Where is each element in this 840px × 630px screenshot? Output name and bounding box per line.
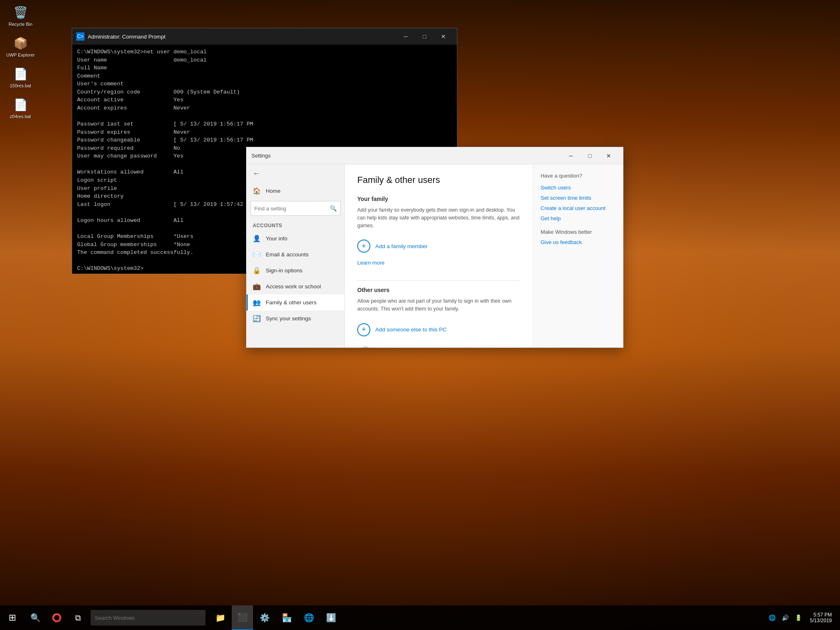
other-users-description: Allow people who are not part of your fa… [357, 297, 520, 313]
taskbar-app-icons: 📁 ⬛ ⚙️ 🏪 🌐 ⬇️ [210, 605, 342, 630]
taskbar-browser-button[interactable]: 🌐 [298, 605, 320, 630]
sidebar-item-home[interactable]: 🏠 Home [247, 183, 345, 199]
settings-body: ← 🏠 Home 🔍 Accounts 👤 Your info ✉️ Ema [247, 164, 623, 347]
cmd-minimize-button[interactable]: ─ [396, 28, 415, 45]
taskbar-battery-icon[interactable]: 🔋 [793, 614, 804, 621]
learn-more-link[interactable]: Learn more [357, 260, 384, 266]
recycle-bin-icon[interactable]: 🗑️ Recycle Bin [4, 4, 37, 27]
settings-search-box[interactable]: 🔍 [251, 201, 340, 216]
cmd-titlebar: C> Administrator: Command Prompt ─ □ ✕ [72, 28, 457, 45]
sidebar-item-access-work[interactable]: 💼 Access work or school [247, 278, 345, 294]
sign-in-icon: 🔒 [253, 267, 261, 274]
cmd-maximize-button[interactable]: □ [415, 28, 434, 45]
settings-right-panel: Have a question? Switch users Set screen… [533, 164, 623, 347]
set-screen-time-link[interactable]: Set screen time limits [541, 195, 616, 201]
section-divider [357, 280, 520, 281]
sidebar-item-email-accounts[interactable]: ✉️ Email & accounts [247, 247, 345, 262]
taskbar: ⊞ 🔍 ⭕ ⧉ 📁 ⬛ ⚙️ 🏪 🌐 ⬇️ 🌐 🔊 🔋 5:57 PM 5/13… [0, 605, 840, 630]
taskbar-search-button[interactable]: 🔍 [25, 605, 46, 630]
taskbar-settings-button[interactable]: ⚙️ [254, 605, 275, 630]
your-family-description: Add your family so everybody gets their … [357, 206, 520, 229]
sidebar-your-info-label: Your info [266, 235, 288, 242]
cmd-icon: C> [76, 32, 84, 41]
taskbar-search-input[interactable] [95, 615, 201, 621]
taskbar-cmd-button[interactable]: ⬛ [232, 605, 253, 630]
access-work-icon: 💼 [253, 283, 261, 290]
page-title: Family & other users [357, 175, 520, 185]
taskbar-store-button[interactable]: 🏪 [276, 605, 297, 630]
sidebar-sign-in-label: Sign-in options [266, 267, 302, 274]
sidebar-item-your-info[interactable]: 👤 Your info [247, 231, 345, 247]
user-item-demo-local[interactable]: 👤 demo_local Local account [357, 342, 520, 347]
settings-main: Family & other users Your family Add you… [345, 164, 623, 347]
taskbar-volume-icon[interactable]: 🔊 [780, 614, 791, 621]
give-feedback-link[interactable]: Give us feedback [541, 239, 616, 245]
cmd-window-controls: ─ □ ✕ [396, 28, 453, 45]
add-family-member-button[interactable]: + Add a family member [357, 235, 520, 257]
settings-sidebar: ← 🏠 Home 🔍 Accounts 👤 Your info ✉️ Ema [247, 164, 345, 347]
email-icon: ✉️ [253, 251, 261, 258]
taskbar-cortana-button[interactable]: ⭕ [46, 605, 67, 630]
taskbar-right: 🌐 🔊 🔋 5:57 PM 5/13/2019 [767, 612, 840, 623]
sync-icon: 🔄 [253, 315, 261, 322]
user-avatar: 👤 [357, 347, 374, 347]
cmd-close-button[interactable]: ✕ [434, 28, 453, 45]
sidebar-home-label: Home [266, 188, 281, 194]
file1-icon[interactable]: 📄 150res.bat [4, 66, 37, 88]
your-family-heading: Your family [357, 196, 520, 202]
sidebar-sync-label: Sync your settings [266, 315, 311, 322]
settings-minimize-button[interactable]: ─ [562, 148, 580, 164]
settings-titlebar: Settings ─ □ ✕ [247, 147, 623, 164]
taskbar-taskview-button[interactable]: ⧉ [67, 605, 89, 630]
taskbar-file-explorer[interactable]: 📁 [210, 605, 231, 630]
uwp-explorer-label: UWP Explorer [6, 52, 34, 57]
sidebar-item-sync[interactable]: 🔄 Sync your settings [247, 310, 345, 326]
taskbar-downloads-button[interactable]: ⬇️ [320, 605, 342, 630]
sidebar-email-label: Email & accounts [266, 251, 308, 258]
sidebar-item-family-users[interactable]: 👥 Family & other users [247, 294, 345, 310]
add-family-plus-icon: + [357, 240, 370, 253]
other-users-heading: Other users [357, 287, 520, 293]
family-icon: 👥 [253, 299, 261, 306]
accounts-section-title: Accounts [247, 218, 345, 231]
file2-icon[interactable]: 📄 z04res.bat [4, 96, 37, 119]
settings-search-input[interactable] [254, 205, 330, 212]
add-someone-label: Add someone else to this PC [375, 326, 447, 333]
switch-users-link[interactable]: Switch users [541, 185, 616, 191]
add-someone-button[interactable]: + Add someone else to this PC [357, 319, 520, 340]
file2-label: z04res.bat [10, 114, 31, 119]
sidebar-item-sign-in[interactable]: 🔒 Sign-in options [247, 262, 345, 278]
get-help-link[interactable]: Get help [541, 215, 616, 221]
your-info-icon: 👤 [253, 235, 261, 242]
recycle-bin-label: Recycle Bin [9, 22, 32, 27]
create-local-user-link[interactable]: Create a local user account [541, 205, 616, 211]
taskbar-date-display: 5/13/2019 [810, 618, 832, 623]
cmd-title: Administrator: Command Prompt [88, 34, 396, 40]
back-arrow-icon: ← [253, 169, 260, 178]
settings-window: Settings ─ □ ✕ ← 🏠 Home 🔍 Accounts [246, 147, 623, 348]
taskbar-time-display: 5:57 PM [810, 612, 832, 618]
right-panel-heading: Have a question? [541, 173, 616, 179]
make-windows-better-heading: Make Windows better [541, 229, 616, 235]
settings-close-button[interactable]: ✕ [599, 148, 618, 164]
home-icon: 🏠 [253, 187, 261, 195]
desktop-icons: 🗑️ Recycle Bin 📦 UWP Explorer 📄 150res.b… [4, 4, 37, 119]
taskbar-network-icon[interactable]: 🌐 [767, 614, 778, 621]
settings-title: Settings [251, 153, 562, 159]
add-family-label: Add a family member [375, 243, 428, 249]
start-button[interactable]: ⊞ [0, 605, 25, 630]
settings-maximize-button[interactable]: □ [580, 148, 599, 164]
sidebar-family-label: Family & other users [266, 299, 317, 306]
add-someone-plus-icon: + [357, 323, 370, 336]
uwp-explorer-icon[interactable]: 📦 UWP Explorer [4, 35, 37, 57]
taskbar-clock[interactable]: 5:57 PM 5/13/2019 [806, 612, 836, 623]
settings-back-button[interactable]: ← [247, 164, 345, 183]
settings-window-controls: ─ □ ✕ [562, 148, 618, 164]
search-icon: 🔍 [330, 205, 337, 212]
settings-content: Family & other users Your family Add you… [345, 164, 533, 347]
taskbar-search-box[interactable] [91, 610, 205, 625]
file1-label: 150res.bat [10, 83, 31, 88]
sidebar-access-work-label: Access work or school [266, 283, 321, 290]
